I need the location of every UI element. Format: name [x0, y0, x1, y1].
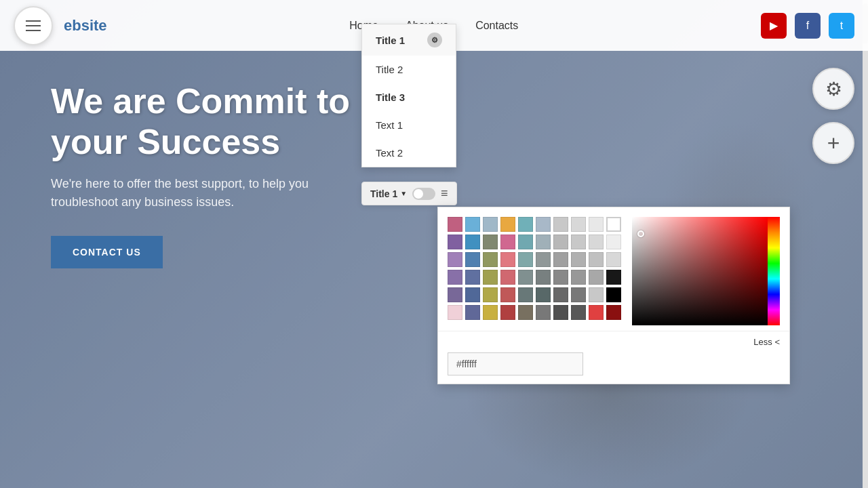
nav-contacts[interactable]: Contacts	[475, 20, 518, 32]
color-swatch[interactable]	[589, 270, 604, 285]
color-swatch[interactable]	[589, 305, 604, 320]
color-swatch[interactable]	[500, 235, 515, 249]
youtube-icon[interactable]: ▶	[761, 13, 787, 39]
color-swatch[interactable]	[483, 270, 498, 285]
color-swatch[interactable]	[483, 305, 498, 320]
youtube-symbol: ▶	[770, 19, 778, 32]
color-swatch[interactable]	[571, 235, 586, 249]
dropdown-item-text1[interactable]: Text 1	[362, 111, 456, 139]
color-swatch[interactable]	[465, 287, 480, 302]
toolbar-style-selector[interactable]: Title 1 ▼	[370, 188, 407, 199]
dropdown-item-text2[interactable]: Text 2	[362, 139, 456, 167]
color-swatch[interactable]	[465, 270, 480, 285]
color-swatch[interactable]	[448, 305, 462, 320]
text-toolbar: Title 1 ▼ ≡	[361, 182, 457, 205]
color-swatch[interactable]	[606, 270, 621, 285]
dropdown-item-title3[interactable]: Title 3	[362, 83, 456, 111]
color-panel-bottom: Less <	[438, 331, 789, 352]
color-swatch[interactable]	[571, 217, 586, 232]
color-swatch[interactable]	[500, 217, 515, 232]
color-swatch[interactable]	[500, 252, 515, 267]
settings-icon-small[interactable]: ⚙	[427, 33, 442, 47]
color-swatch[interactable]	[500, 287, 515, 302]
gear-icon: ⚙	[825, 78, 842, 100]
color-swatch[interactable]	[536, 270, 551, 285]
color-swatch[interactable]	[483, 252, 498, 267]
facebook-symbol: f	[806, 20, 809, 32]
dropdown-label-title1: Title 1	[376, 35, 405, 46]
color-swatch[interactable]	[465, 217, 480, 232]
dropdown-label-text1: Text 1	[376, 119, 403, 131]
color-spectrum-slider[interactable]	[768, 217, 780, 325]
hero-subtitle: We're here to offer the best support, to…	[51, 175, 363, 211]
color-swatch[interactable]	[536, 217, 551, 232]
plus-icon: +	[827, 131, 840, 156]
color-swatch[interactable]	[589, 217, 604, 232]
color-swatch[interactable]	[518, 305, 533, 320]
color-swatch[interactable]	[606, 305, 621, 320]
color-swatch[interactable]	[448, 287, 462, 302]
header-left: ebsite	[14, 6, 107, 45]
color-swatch[interactable]	[518, 252, 533, 267]
color-swatch[interactable]	[589, 287, 604, 302]
toolbar-align-icon[interactable]: ≡	[441, 186, 448, 201]
color-swatch[interactable]	[448, 252, 462, 267]
color-swatch[interactable]	[606, 252, 621, 267]
contact-us-button[interactable]: CONTACT US	[51, 236, 163, 268]
color-swatch[interactable]	[536, 252, 551, 267]
color-swatch[interactable]	[553, 270, 568, 285]
color-swatch[interactable]	[571, 252, 586, 267]
color-swatch[interactable]	[465, 235, 480, 249]
color-swatch[interactable]	[536, 305, 551, 320]
color-swatch[interactable]	[448, 270, 462, 285]
color-swatch[interactable]	[448, 217, 462, 232]
color-swatch[interactable]	[571, 270, 586, 285]
color-swatch[interactable]	[518, 287, 533, 302]
color-swatch[interactable]	[606, 287, 621, 302]
style-dropdown-menu: Title 1 ⚙ Title 2 Title 3 Text 1 Text 2	[361, 24, 456, 167]
color-panel-top	[438, 207, 789, 331]
color-swatch[interactable]	[448, 235, 462, 249]
color-swatch[interactable]	[606, 217, 621, 232]
color-swatch[interactable]	[500, 305, 515, 320]
color-swatch[interactable]	[536, 287, 551, 302]
twitter-symbol: t	[840, 20, 843, 32]
color-swatch[interactable]	[553, 235, 568, 249]
color-swatch[interactable]	[571, 305, 586, 320]
color-swatch[interactable]	[571, 287, 586, 302]
hero-title: We are Commit to your Success	[51, 81, 403, 163]
color-swatch[interactable]	[553, 305, 568, 320]
toolbar-toggle[interactable]	[412, 188, 435, 200]
color-swatch[interactable]	[553, 252, 568, 267]
header-icons: ▶ f t	[761, 13, 854, 39]
hex-color-input[interactable]	[448, 352, 583, 375]
color-swatch[interactable]	[465, 305, 480, 320]
color-swatch[interactable]	[500, 270, 515, 285]
dropdown-item-title1[interactable]: Title 1 ⚙	[362, 24, 456, 56]
color-swatch[interactable]	[553, 217, 568, 232]
color-swatch[interactable]	[483, 217, 498, 232]
settings-symbol: ⚙	[431, 36, 438, 45]
color-swatch[interactable]	[465, 252, 480, 267]
color-swatch[interactable]	[518, 235, 533, 249]
facebook-icon[interactable]: f	[795, 13, 821, 39]
twitter-icon[interactable]: t	[829, 13, 854, 39]
color-swatch[interactable]	[553, 287, 568, 302]
hamburger-button[interactable]	[14, 6, 53, 45]
color-swatch[interactable]	[536, 235, 551, 249]
color-swatch[interactable]	[606, 235, 621, 249]
color-swatch[interactable]	[589, 235, 604, 249]
toolbar-dropdown-arrow: ▼	[400, 190, 407, 197]
color-gradient-picker[interactable]	[632, 217, 768, 325]
dropdown-label-title3: Title 3	[376, 92, 405, 103]
gear-fab-button[interactable]: ⚙	[812, 68, 854, 110]
less-button[interactable]: Less <	[753, 337, 780, 347]
color-swatch[interactable]	[589, 252, 604, 267]
color-swatch[interactable]	[518, 270, 533, 285]
gradient-cursor[interactable]	[637, 230, 644, 237]
color-swatch[interactable]	[518, 217, 533, 232]
dropdown-item-title2[interactable]: Title 2	[362, 56, 456, 83]
plus-fab-button[interactable]: +	[812, 122, 854, 164]
color-swatch[interactable]	[483, 235, 498, 249]
color-swatch[interactable]	[483, 287, 498, 302]
